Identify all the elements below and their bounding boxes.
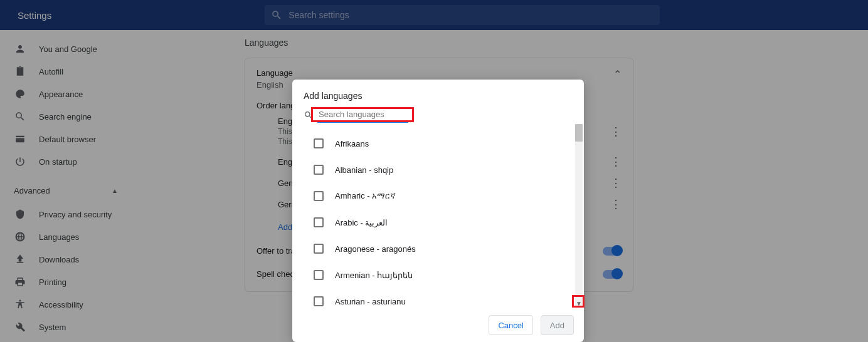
- checkbox[interactable]: [314, 270, 324, 280]
- cancel-button[interactable]: Cancel: [489, 315, 532, 335]
- search-icon: [304, 110, 314, 120]
- language-option[interactable]: Amharic - አማርኛ: [292, 183, 584, 209]
- checkbox[interactable]: [314, 244, 324, 254]
- checkbox[interactable]: [314, 138, 324, 148]
- language-option-label: Asturian - asturianu: [335, 297, 406, 306]
- checkbox[interactable]: [314, 191, 324, 201]
- language-option-label: Afrikaans: [335, 139, 369, 148]
- dialog-title: Add languages: [292, 80, 584, 107]
- checkbox[interactable]: [314, 296, 324, 306]
- language-option[interactable]: Albanian - shqip: [292, 157, 584, 183]
- language-option[interactable]: Asturian - asturianu: [292, 288, 584, 308]
- dialog-footer: Cancel Add: [292, 308, 584, 342]
- language-option[interactable]: Aragonese - aragonés: [292, 236, 584, 262]
- checkbox[interactable]: [314, 165, 324, 175]
- language-option-label: Armenian - հայերեն: [335, 271, 413, 280]
- language-option-label: Amharic - አማርኛ: [335, 191, 396, 201]
- language-option[interactable]: Armenian - հայերեն: [292, 262, 584, 288]
- language-option-label: Aragonese - aragonés: [335, 244, 416, 254]
- language-option[interactable]: Afrikaans: [292, 130, 584, 157]
- dialog-search-input[interactable]: [317, 107, 408, 123]
- checkbox[interactable]: [314, 217, 324, 227]
- language-options-list: AfrikaansAlbanian - shqipAmharic - አማርኛA…: [292, 124, 584, 308]
- add-languages-dialog: Add languages AfrikaansAlbanian - shqipA…: [292, 80, 584, 342]
- add-button[interactable]: Add: [541, 315, 574, 335]
- language-option[interactable]: Arabic - العربية: [292, 209, 584, 236]
- scrollbar-thumb[interactable]: [575, 124, 583, 142]
- language-option-label: Albanian - shqip: [335, 165, 393, 175]
- language-option-label: Arabic - العربية: [335, 218, 388, 227]
- scrollbar-track[interactable]: ▼: [575, 124, 583, 308]
- scroll-down-icon[interactable]: ▼: [575, 299, 583, 308]
